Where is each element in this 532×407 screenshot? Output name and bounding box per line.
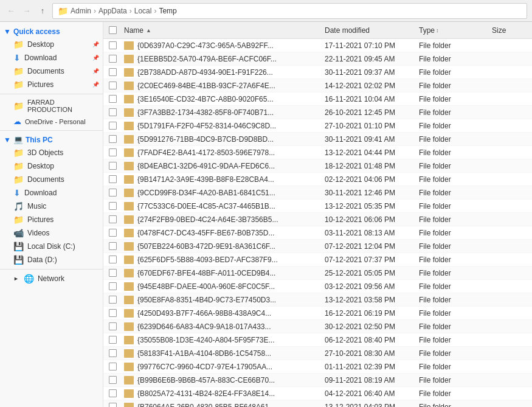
header-size[interactable]: Size <box>489 26 532 35</box>
up-button[interactable]: ↑ <box>36 5 49 17</box>
table-row[interactable]: {B8025A72-4131-4B24-82E4-FF3A8E14... 04-… <box>103 387 532 400</box>
header-name[interactable]: Name ▲ <box>122 26 322 35</box>
row-checkbox[interactable] <box>103 175 122 183</box>
row-checkbox[interactable] <box>103 242 122 250</box>
table-row[interactable]: {9B1471A2-3A9E-439B-B8F8-E28CBA4... 02-1… <box>103 173 532 186</box>
table-row[interactable]: {99776C7C-9960-4CD7-97E4-17905AA... 01-1… <box>103 360 532 374</box>
row-checkbox[interactable] <box>103 322 122 330</box>
sidebar-item-documents-quick[interactable]: 📁 Documents <box>0 64 103 78</box>
sidebar-item-pictures-quick[interactable]: 📁 Pictures <box>0 78 103 91</box>
file-name: {8D4EABC1-32D6-491C-9DAA-FED6C6... <box>122 162 322 170</box>
row-checkbox[interactable] <box>103 282 122 290</box>
this-pc-header[interactable]: ▼ 💻 This PC <box>0 133 103 146</box>
table-row[interactable]: {0478F4C7-DC43-45FF-BE67-B0B735D... 03-1… <box>103 226 532 240</box>
file-type: File folder <box>416 296 489 304</box>
folder-icon <box>124 363 134 371</box>
row-checkbox[interactable] <box>103 122 122 130</box>
table-row[interactable]: {2B738ADD-A87D-4934-90E1-F91F226... 30-1… <box>103 66 532 79</box>
table-row[interactable]: {4250D493-B7F7-466A-98B8-438A9C4... 16-1… <box>103 307 532 320</box>
table-row[interactable]: {625F6DF5-5B88-4093-BED7-AFC387F9... 07-… <box>103 253 532 266</box>
row-checkbox[interactable] <box>103 309 122 317</box>
file-type: File folder <box>416 389 489 398</box>
forward-button[interactable]: → <box>21 5 33 17</box>
table-row[interactable]: {3F7A3BB2-1734-4382-85F8-0F740B71... 26-… <box>103 106 532 119</box>
row-checkbox[interactable] <box>103 256 122 263</box>
table-row[interactable]: {58183F41-A1BA-4104-8DB6-1C54758... 27-1… <box>103 347 532 360</box>
table-row[interactable]: {3E16540E-CD32-4B7C-A8B0-9020F65... 16-1… <box>103 92 532 106</box>
drive-icon: 💾 <box>13 242 24 251</box>
file-date: 16-12-2021 06:19 PM <box>322 309 416 318</box>
row-checkbox[interactable] <box>103 202 122 210</box>
file-date: 03-12-2021 09:56 AM <box>322 282 416 291</box>
row-checkbox[interactable] <box>103 135 122 143</box>
table-row[interactable]: {5D991276-71BB-4DC9-B7CB-D9D8BD... 30-11… <box>103 133 532 146</box>
row-checkbox[interactable] <box>103 215 122 223</box>
sidebar-item-download-pc[interactable]: ⬇ Download <box>0 186 103 200</box>
row-checkbox[interactable] <box>103 55 122 63</box>
row-checkbox[interactable] <box>103 269 122 277</box>
sidebar-item-desktop-quick[interactable]: 📁 Desktop <box>0 38 103 51</box>
sidebar-item-3d-objects[interactable]: 📁 3D Objects <box>0 146 103 159</box>
sidebar-item-farrad[interactable]: 📁 FARRAD PRODUCTION <box>0 97 103 115</box>
table-row[interactable]: {670EDF67-BFE4-48BF-A011-0CED9B4... 25-1… <box>103 266 532 280</box>
table-row[interactable]: {0D6397A0-C29C-473C-965A-5AB92FF... 17-1… <box>103 39 532 52</box>
row-checkbox[interactable] <box>103 189 122 197</box>
row-checkbox[interactable] <box>103 82 122 89</box>
table-row[interactable]: {6239D646-6A83-4AC9-9A18-017A433... 30-1… <box>103 320 532 333</box>
row-checkbox[interactable] <box>103 389 122 397</box>
select-all-checkbox[interactable] <box>109 26 117 34</box>
sidebar-item-label: Documents <box>27 67 64 75</box>
row-checkbox[interactable] <box>103 363 122 370</box>
row-checkbox[interactable] <box>103 162 122 170</box>
table-row[interactable]: {7FADF4E2-BA41-4172-8503-596E7978... 13-… <box>103 146 532 159</box>
file-date: 06-12-2021 08:40 PM <box>322 336 416 344</box>
file-name: {507EB224-60B3-472D-9E91-8A361C6F... <box>122 242 322 251</box>
header-type[interactable]: Type ↕ <box>416 26 489 35</box>
sidebar-item-network[interactable]: ► 🌐 Network <box>0 272 103 285</box>
table-row[interactable]: {274F2FB9-0BED-4C24-A64E-3B7356B5... 10-… <box>103 213 532 226</box>
row-checkbox[interactable] <box>103 41 122 49</box>
table-row[interactable]: {8D4EABC1-32D6-491C-9DAA-FED6C6... 18-12… <box>103 159 532 173</box>
sidebar-item-onedrive[interactable]: ☁ OneDrive - Personal <box>0 115 103 128</box>
folder-icon <box>124 376 134 384</box>
row-checkbox[interactable] <box>103 68 122 76</box>
table-row[interactable]: {945E48BF-DAEE-400A-960E-8FC0C5F... 03-1… <box>103 280 532 293</box>
sidebar-item-videos[interactable]: 📹 Videos <box>0 226 103 240</box>
row-checkbox[interactable] <box>103 349 122 357</box>
file-name: {3F7A3BB2-1734-4382-85F8-0F740B71... <box>122 108 322 117</box>
quick-access-header[interactable]: ▼ Quick access <box>0 26 103 38</box>
sidebar-item-music[interactable]: 🎵 Music <box>0 200 103 213</box>
row-checkbox[interactable] <box>103 376 122 384</box>
row-checkbox[interactable] <box>103 296 122 304</box>
sidebar-item-desktop-pc[interactable]: 📁 Desktop <box>0 159 103 173</box>
row-checkbox[interactable] <box>103 403 122 407</box>
row-checkbox[interactable] <box>103 229 122 237</box>
sidebar-item-pictures-pc[interactable]: 📁 Pictures <box>0 213 103 226</box>
table-row[interactable]: {9CCD99F8-D34F-4A20-BAB1-6841C51... 30-1… <box>103 186 532 200</box>
table-row[interactable]: {35055B08-1D3E-4240-A804-5F95F73E... 06-… <box>103 333 532 347</box>
header-date[interactable]: Date modified <box>322 26 416 35</box>
table-row[interactable]: {507EB224-60B3-472D-9E91-8A361C6F... 07-… <box>103 240 532 253</box>
row-checkbox[interactable] <box>103 95 122 103</box>
sidebar-item-documents-pc[interactable]: 📁 Documents <box>0 173 103 186</box>
table-row[interactable]: {5D1791FA-F2F0-4F52-8314-046C9C8D... 27-… <box>103 119 532 133</box>
sidebar-item-local-disk-c[interactable]: 💾 Local Disk (C:) <box>0 240 103 253</box>
sidebar-item-download-quick[interactable]: ⬇ Download <box>0 51 103 64</box>
table-row[interactable]: {77C533C6-D0EE-4C85-AC37-4465B1B... 13-1… <box>103 200 532 213</box>
table-row[interactable]: {B76064AF-26B0-4830-85B5-BF648A61... 13-… <box>103 400 532 407</box>
back-button[interactable]: ← <box>5 5 17 17</box>
file-name: {B76064AF-26B0-4830-85B5-BF648A61... <box>122 403 322 408</box>
table-row[interactable]: {1EEBB5D2-5A70-479A-BE6F-ACFC06F... 22-1… <box>103 52 532 66</box>
row-checkbox[interactable] <box>103 108 122 116</box>
sidebar-item-data-d[interactable]: 💾 Data (D:) <box>0 253 103 266</box>
folder-icon <box>124 242 134 251</box>
breadcrumb[interactable]: 📁 Admin › AppData › Local › Temp <box>52 3 527 19</box>
file-type: File folder <box>416 41 489 50</box>
table-row[interactable]: {B99B6E6B-9B6B-457A-883C-CE66B70... 09-1… <box>103 374 532 387</box>
row-checkbox[interactable] <box>103 148 122 156</box>
chevron-icon: ► <box>13 276 19 282</box>
row-checkbox[interactable] <box>103 336 122 344</box>
table-row[interactable]: {950E8FA8-8351-4B4D-9C73-E77450D3... 13-… <box>103 293 532 307</box>
file-date: 30-11-2021 09:37 AM <box>322 68 416 77</box>
table-row[interactable]: {2C0EC469-84BE-41BB-93CF-27A6F4E... 14-1… <box>103 79 532 92</box>
